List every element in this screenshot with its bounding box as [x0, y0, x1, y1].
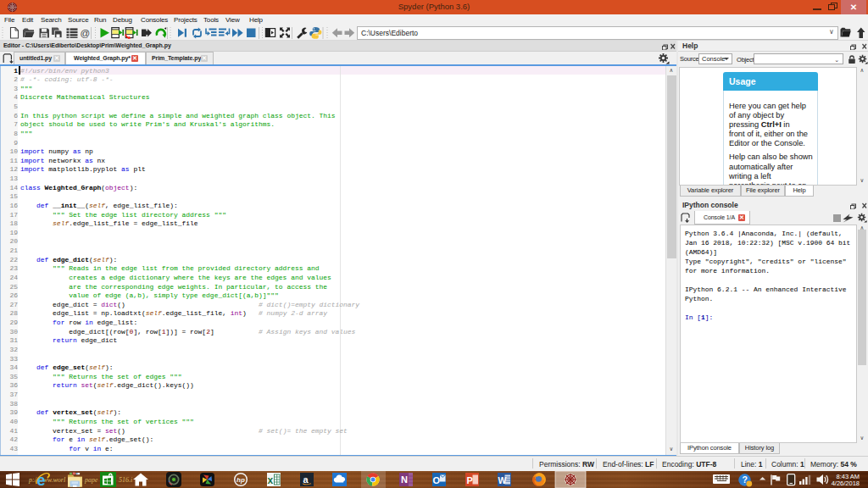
svg-text:x: x: [268, 474, 274, 486]
svg-text:O: O: [433, 475, 441, 485]
svg-text:a: a: [303, 474, 309, 485]
svg-text:@: @: [81, 28, 91, 38]
svg-text:hp: hp: [236, 476, 245, 484]
svg-text:516.i: 516.i: [119, 476, 132, 484]
svg-text:N: N: [401, 474, 408, 485]
svg-text:pape: pape: [84, 476, 98, 484]
svg-text:P: P: [467, 475, 473, 485]
svg-text:W: W: [498, 475, 507, 485]
